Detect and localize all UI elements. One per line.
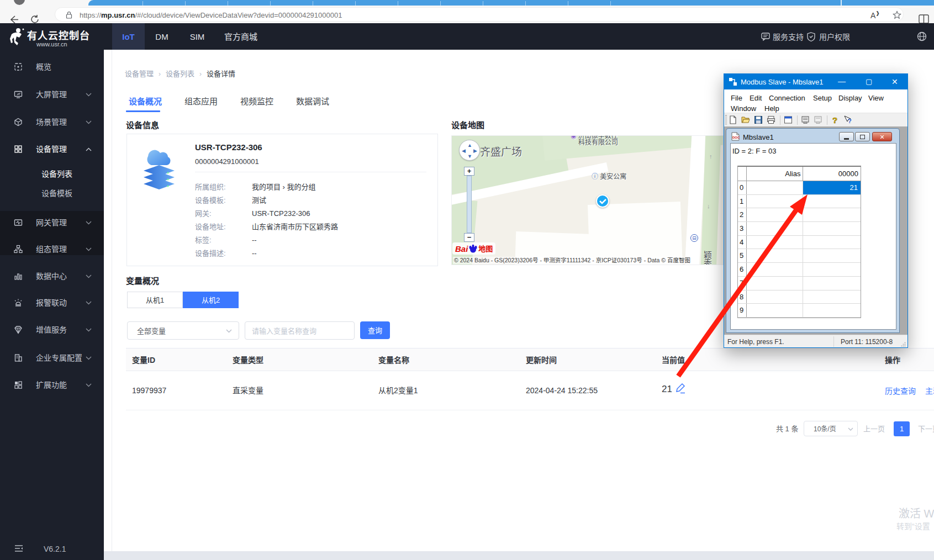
modbus-row-9[interactable]: 9 [738, 304, 861, 318]
modbus-alias-cell[interactable] [747, 249, 804, 262]
zoom-text-icon[interactable]: A❱ [870, 11, 880, 19]
child-close-button[interactable]: ✕ [872, 132, 892, 141]
menu-View[interactable]: View [868, 94, 884, 102]
topnav-item-IoT[interactable]: IoT [112, 23, 145, 50]
horizontal-scrollbar[interactable] [104, 551, 934, 560]
close-icon[interactable]: ✕ [891, 78, 898, 86]
slave-tab-2[interactable]: 从机2 [183, 292, 239, 308]
sidebar-item-网关管理[interactable]: 网关管理 [0, 212, 104, 234]
prev-page-button[interactable]: 上一页 [863, 425, 885, 432]
menu-Display[interactable]: Display [838, 94, 862, 102]
modbus-value-cell[interactable] [803, 290, 861, 304]
menu-File[interactable]: File [731, 94, 742, 102]
tab-视频监控[interactable]: 视频监控 [240, 97, 273, 105]
sidebar-item-大屏管理[interactable]: 大屏管理 [0, 83, 104, 105]
search-button[interactable]: 查询 [360, 321, 390, 339]
modbus-row-5[interactable]: 5 [738, 249, 861, 263]
child-restore-button[interactable] [855, 132, 870, 141]
modbus-window[interactable]: Modbus Slave - Mbslave1 — ▢ ✕ FileEditCo… [724, 73, 908, 348]
communication-icon[interactable] [814, 115, 822, 124]
sidebar-item-概览[interactable]: 概览 [0, 56, 104, 78]
topnav-item-DM[interactable]: DM [147, 23, 177, 50]
variable-search-input[interactable]: 请输入变量名称查询 [245, 321, 355, 340]
modbus-row-2[interactable]: 2 [738, 208, 861, 222]
tab-设备概况[interactable]: 设备概况 [129, 97, 162, 105]
modbus-alias-cell[interactable] [747, 290, 804, 304]
page-size-select[interactable]: 10条/页 [804, 421, 858, 436]
map-zoom-out-button[interactable]: − [464, 233, 474, 242]
map-pan-control[interactable]: ▲ ▼ ◀ ▶ [459, 140, 480, 161]
modbus-alias-cell[interactable] [747, 181, 804, 194]
print-icon[interactable] [767, 115, 775, 124]
tab-组态应用[interactable]: 组态应用 [184, 97, 218, 105]
mbslave1-window[interactable]: DOC Mbslave1 ✕ ID = 2: F = 03 Alias00000… [726, 128, 900, 333]
map-zoom-track[interactable] [467, 176, 472, 233]
open-file-icon[interactable] [741, 115, 750, 124]
modbus-alias-cell[interactable] [747, 304, 804, 317]
support-link[interactable]: 服务支持 [773, 33, 804, 41]
collapse-sidebar-icon[interactable] [14, 545, 23, 552]
child-minimize-button[interactable] [839, 132, 854, 141]
sidebar-item-设备列表[interactable]: 设备列表 [0, 163, 104, 185]
modbus-title-bar[interactable]: Modbus Slave - Mbslave1 — ▢ ✕ [724, 74, 907, 89]
new-file-icon[interactable] [729, 115, 737, 124]
edit-value-icon[interactable] [675, 382, 686, 394]
split-screen-icon[interactable] [919, 14, 929, 24]
current-page-button[interactable]: 1 [894, 421, 910, 436]
modbus-row-7[interactable]: 7 [738, 277, 861, 290]
modbus-value-cell[interactable] [803, 277, 861, 290]
map-zoom-in-button[interactable]: + [464, 167, 474, 176]
modbus-value-cell[interactable] [803, 249, 861, 262]
modbus-value-cell[interactable] [803, 263, 861, 276]
menu-Edit[interactable]: Edit [750, 94, 762, 102]
favorite-star-icon[interactable] [893, 10, 901, 19]
modbus-row-3[interactable]: 3 [738, 222, 861, 236]
map-marker[interactable] [596, 194, 609, 208]
minimize-icon[interactable]: — [838, 77, 846, 85]
context-help-icon[interactable]: ? [843, 115, 852, 124]
topnav-item-SIM[interactable]: SIM [182, 23, 212, 50]
modbus-row-1[interactable]: 1 [738, 195, 861, 209]
sidebar-item-组态管理[interactable]: 组态管理 [0, 238, 104, 260]
menu-Connection[interactable]: Connection [769, 94, 805, 102]
sidebar-item-企业专属配置[interactable]: 企业专属配置 [0, 347, 104, 369]
maximize-icon[interactable]: ▢ [866, 78, 872, 85]
modbus-row-8[interactable]: 8 [738, 290, 861, 304]
active-collect-link[interactable]: 主动采集 [925, 387, 934, 395]
variable-type-select[interactable]: 全部变量 [127, 321, 239, 340]
resize-grip[interactable] [901, 342, 906, 347]
modbus-alias-cell[interactable] [747, 222, 804, 235]
menu-Window[interactable]: Window [731, 105, 756, 112]
sidebar-item-场景管理[interactable]: 场景管理 [0, 111, 104, 133]
breadcrumb-item-1[interactable]: 设备管理 [125, 70, 154, 77]
modbus-alias-cell[interactable] [747, 236, 804, 249]
breadcrumb-item-2[interactable]: 设备列表 [166, 70, 194, 77]
modbus-value-cell[interactable] [803, 236, 861, 249]
permission-link[interactable]: 用户权限 [819, 33, 850, 41]
modbus-row-6[interactable]: 6 [738, 263, 861, 277]
sidebar-item-增值服务[interactable]: 增值服务 [0, 319, 104, 341]
modbus-register-table[interactable]: Alias00000021123456789 [737, 166, 861, 318]
next-page-button[interactable]: 下一页 [918, 425, 934, 432]
modbus-alias-cell[interactable] [747, 195, 804, 208]
modbus-alias-cell[interactable] [747, 263, 804, 276]
brand-logo-icon[interactable] [9, 28, 25, 45]
tab-数据调试[interactable]: 数据调试 [296, 97, 329, 105]
url-bar[interactable]: https://mp.usr.cn/#/cloud/device/ViewDev… [55, 7, 904, 22]
modbus-row-0[interactable]: 021 [738, 181, 861, 195]
modbus-alias-cell[interactable] [747, 208, 804, 221]
poll-definition-icon[interactable] [801, 115, 810, 124]
modbus-alias-cell[interactable] [747, 277, 804, 290]
history-query-link[interactable]: 历史查询 [885, 387, 916, 395]
menu-Help[interactable]: Help [764, 105, 779, 112]
sidebar-item-设备模板[interactable]: 设备模板 [0, 182, 104, 204]
window-view-icon[interactable] [784, 115, 793, 124]
modbus-value-cell[interactable] [803, 208, 861, 221]
sidebar-item-扩展功能[interactable]: 扩展功能 [0, 374, 104, 396]
globe-icon[interactable] [917, 31, 927, 41]
slave-tab-1[interactable]: 从机1 [127, 292, 183, 308]
brand-title[interactable]: 有人云控制台 [27, 31, 90, 41]
modbus-value-cell[interactable]: 21 [803, 181, 861, 194]
topnav-item-官方商城[interactable]: 官方商城 [219, 23, 263, 50]
modbus-row-4[interactable]: 4 [738, 236, 861, 250]
